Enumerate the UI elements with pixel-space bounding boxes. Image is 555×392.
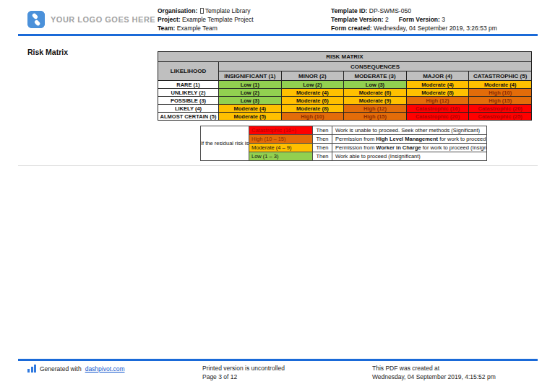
legend-description: Work able to proceed (Insignificant) [332,152,487,161]
template-id-label: Template ID: [331,7,367,14]
legend-then: Then [313,126,332,135]
risk-cell-moderate: Moderate (9) [344,97,407,105]
consequence-col-header: CATASTROPHIC (5) [469,71,532,81]
matrix-row: RARE (1)Low (1)Low (2)Low (3)Moderate (4… [158,81,532,89]
project-line: Project: Example Template Project [158,15,324,24]
legend-then: Then [313,152,332,161]
form-created-line: Form created: Wednesday, 04 September 20… [331,24,541,32]
bar-chart-icon [27,365,36,373]
template-version-value: 2 [385,16,389,23]
legend-level-low: Low (1 – 3) [249,152,313,161]
legend-then: Then [313,135,332,144]
risk-cell-low: Low (1) [219,81,282,89]
organisation-line: Organisation: Template Library [158,6,324,15]
risk-cell-moderate: Moderate (8) [281,105,344,113]
header-org-block: Organisation: Template Library Project: … [158,6,324,32]
risk-cell-high: High (15) [469,97,532,105]
risk-cell-moderate: Moderate (6) [281,97,344,105]
legend-description: Permission from High Level Management fo… [332,135,487,144]
team-line: Team: Example Team [158,24,324,32]
footer-generated-block: Generated with dashpivot.com [27,365,124,373]
likelihood-label: RARE (1) [158,81,219,89]
risk-cell-moderate: Moderate (5) [219,113,282,121]
risk-cell-moderate: Moderate (6) [344,89,407,97]
footer-divider [18,359,538,361]
risk-cell-moderate: Moderate (8) [406,89,469,97]
likelihood-label: LIKELY (4) [158,105,219,113]
form-version-label: Form Version: [399,16,440,23]
risk-cell-catastrophic: Catastrophic (16) [406,105,469,113]
legend-body: If the residual risk isCatastrophic (16+… [201,126,487,161]
template-id-value: DP-SWMS-050 [369,7,411,14]
residual-risk-legend-table: If the residual risk isCatastrophic (16+… [200,126,487,161]
risk-cell-high: High (10) [469,89,532,97]
legend-level-catastrophic: Catastrophic (16+) [249,126,313,135]
header-divider [18,34,538,36]
matrix-row: POSSIBLE (3)Low (3)Moderate (6)Moderate … [158,97,532,105]
team-value: Example Team [177,25,218,32]
risk-cell-low: Low (3) [219,97,282,105]
logo-placeholder-text: YOUR LOGO GOES HERE [51,15,155,24]
consequence-col-header: MODERATE (3) [344,71,407,81]
risk-cell-high: High (12) [406,97,469,105]
section-divider [18,165,538,166]
form-created-label: Form created: [331,25,372,32]
risk-cell-catastrophic: Catastrophic (25) [469,113,532,121]
legend-intro: If the residual risk is [201,126,249,161]
risk-cell-moderate: Moderate (4) [469,81,532,89]
risk-cell-low: Low (3) [344,81,407,89]
company-logo-icon [27,11,45,28]
consequence-col-header: MINOR (2) [281,71,344,81]
team-label: Team: [158,25,175,32]
header-template-block: Template ID: DP-SWMS-050 Template Versio… [331,6,541,32]
risk-cell-low: Low (2) [219,89,282,97]
legend-then: Then [313,144,332,152]
risk-cell-high: High (15) [344,113,407,121]
version-line: Template Version: 2Form Version: 3 [331,15,541,24]
risk-matrix-table: RISK MATRIX LIKELIHOOD CONSEQUENCES INSI… [158,51,532,121]
risk-cell-moderate: Moderate (4) [281,89,344,97]
likelihood-header: LIKELIHOOD [158,62,219,81]
legend-level-high: High (10 – 15) [249,135,313,144]
legend-description: Work is unable to proceed. Seek other me… [332,126,487,135]
template-version-label: Template Version: [331,16,384,23]
risk-cell-low: Low (2) [281,81,344,89]
matrix-title-row: RISK MATRIX [158,52,532,62]
matrix-row: ALMOST CERTAIN (5)Moderate (5)High (10)H… [158,113,532,121]
consequence-col-header: MAJOR (4) [406,71,469,81]
footer-center-block: Printed version is uncontrolled Page 3 o… [202,364,285,381]
risk-cell-high: High (10) [281,113,344,121]
matrix-group-row: LIKELIHOOD CONSEQUENCES [158,62,532,71]
page-number-text: Page 3 of 12 [202,373,285,381]
likelihood-label: POSSIBLE (3) [158,97,219,105]
form-created-value: Wednesday, 04 September 2019, 3:26:53 pm [374,25,497,32]
uncontrolled-text: Printed version is uncontrolled [202,364,285,373]
risk-cell-catastrophic: Catastrophic (20) [406,113,469,121]
generated-with-text: Generated with [40,365,82,373]
legend-description: Permission from Worker in Charge for wor… [332,144,487,152]
document-page: YOUR LOGO GOES HERE Organisation: Templa… [0,0,555,392]
pdf-created-label: This PDF was created at [372,364,496,373]
legend-row: If the residual risk isCatastrophic (16+… [201,126,487,135]
pdf-created-value: Wednesday, 04 September 2019, 4:15:52 pm [372,373,496,381]
matrix-title: RISK MATRIX [158,52,532,62]
risk-cell-high: High (12) [344,105,407,113]
risk-cell-catastrophic: Catastrophic (20) [469,105,532,113]
consequences-header: CONSEQUENCES [219,62,532,71]
risk-matrix-body: RISK MATRIX LIKELIHOOD CONSEQUENCES INSI… [158,52,532,121]
dashpivot-link[interactable]: dashpivot.com [85,365,125,373]
legend-level-moderate: Moderate (4 – 9) [249,144,313,152]
footer-created-block: This PDF was created at Wednesday, 04 Se… [372,364,496,381]
section-title: Risk Matrix [27,48,68,56]
consequence-col-header: INSIGNIFICANT (1) [219,71,282,81]
organisation-value: Template Library [205,7,251,14]
organisation-label: Organisation: [158,7,197,14]
matrix-row: LIKELY (4)Moderate (4)Moderate (8)High (… [158,105,532,113]
logo-block: YOUR LOGO GOES HERE [27,11,155,28]
risk-cell-moderate: Moderate (4) [406,81,469,89]
likelihood-label: ALMOST CERTAIN (5) [158,113,219,121]
missing-glyph-box [200,8,204,14]
project-label: Project: [158,16,181,23]
matrix-row: UNLIKELY (2)Low (2)Moderate (4)Moderate … [158,89,532,97]
project-value: Example Template Project [182,16,254,23]
